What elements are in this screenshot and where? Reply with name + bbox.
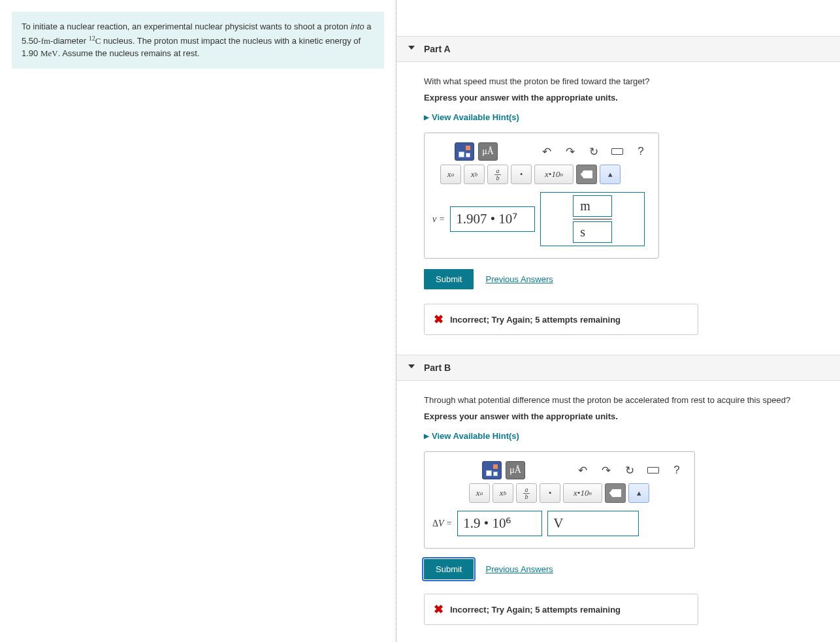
variable-label: v = (432, 214, 445, 225)
incorrect-icon: ✖ (434, 602, 444, 617)
part-a-body: With what speed must the proton be fired… (396, 62, 840, 355)
part-a-header[interactable]: Part A (396, 36, 840, 62)
toolbar-main: μÅ ↶ ↷ ↻ ? (482, 461, 687, 479)
reset-icon: ↻ (589, 145, 598, 159)
collapse-caret-icon (408, 364, 415, 368)
fraction-button[interactable]: ab (516, 483, 537, 503)
question-text: Through what potential difference must t… (424, 395, 840, 405)
part-b-header[interactable]: Part B (396, 355, 840, 381)
superscript-button[interactable]: xa (469, 483, 490, 503)
reset-button[interactable]: ↻ (620, 461, 639, 479)
help-icon: ? (673, 464, 679, 477)
dot-icon: • (520, 169, 523, 180)
instruction-text: Express your answer with the appropriate… (424, 93, 840, 103)
scientific-button[interactable]: x•10n (563, 483, 602, 503)
incorrect-icon: ✖ (434, 312, 444, 327)
previous-answers-link[interactable]: Previous Answers (485, 564, 553, 574)
help-button[interactable]: ? (667, 461, 687, 479)
unit-denominator[interactable]: s (573, 221, 612, 243)
dot-button[interactable]: • (511, 165, 532, 184)
hints-label: View Available Hint(s) (432, 112, 519, 122)
submit-button[interactable]: Submit (424, 559, 474, 579)
help-button[interactable]: ? (631, 142, 651, 161)
hints-label: View Available Hint(s) (432, 431, 519, 441)
answer-row: ΔV = 1.9 • 10⁶ V (432, 511, 687, 536)
toolbar-format: xa xb ab • x•10n ▴ (440, 165, 651, 184)
undo-button[interactable]: ↶ (573, 461, 592, 479)
frac-b: b (496, 175, 500, 182)
keyboard-toggle-button[interactable]: ▴ (628, 483, 649, 503)
problem-italic: into (351, 22, 364, 31)
fraction-button[interactable]: ab (487, 165, 508, 184)
redo-icon: ↷ (602, 464, 611, 477)
answer-row: v = 1.907 • 10⁷ m s (432, 192, 651, 246)
submit-button[interactable]: Submit (424, 269, 474, 289)
dot-icon: • (549, 488, 552, 498)
isotope-symbol: C (95, 36, 101, 46)
units-button[interactable]: μÅ (478, 142, 498, 161)
problem-text: . Assume the nucleus remains at rest. (58, 48, 200, 58)
frac-a: a (496, 168, 500, 174)
toolbar-main: μÅ ↶ ↷ ↻ ? (455, 142, 651, 161)
view-hints-link[interactable]: View Available Hint(s) (424, 112, 519, 122)
backspace-button[interactable] (605, 483, 626, 503)
question-text: With what speed must the proton be fired… (424, 76, 840, 86)
keyboard-icon (611, 148, 623, 155)
problem-panel: To initiate a nuclear reaction, an exper… (0, 0, 396, 642)
units-label: μÅ (482, 146, 494, 157)
unit-mev: MeV (40, 48, 58, 58)
dot-button[interactable]: • (540, 483, 560, 503)
undo-button[interactable]: ↶ (537, 142, 557, 161)
unit-numerator[interactable]: m (573, 195, 612, 217)
keyboard-button[interactable] (607, 142, 627, 161)
template-icon (486, 464, 498, 476)
submit-row: Submit Previous Answers (424, 559, 840, 579)
problem-text: To initiate a nuclear reaction, an exper… (22, 22, 351, 31)
subscript-button[interactable]: xb (464, 165, 485, 184)
unit-input[interactable]: m s (540, 192, 645, 246)
previous-answers-link[interactable]: Previous Answers (485, 274, 553, 284)
part-b-title: Part B (424, 362, 451, 373)
help-icon: ? (638, 145, 643, 158)
collapse-caret-icon (408, 46, 415, 50)
variable-label: ΔV = (432, 519, 452, 529)
redo-button[interactable]: ↷ (596, 461, 616, 479)
unit-fm: fm (41, 36, 50, 46)
answer-panel: Part A With what speed must the proton b… (396, 0, 840, 642)
subscript-button[interactable]: xb (493, 483, 513, 503)
units-button[interactable]: μÅ (506, 461, 525, 479)
part-b-body: Through what potential difference must t… (396, 381, 840, 642)
template-icon (459, 146, 470, 157)
view-hints-link[interactable]: View Available Hint(s) (424, 431, 519, 441)
superscript-button[interactable]: xa (440, 165, 461, 184)
problem-statement: To initiate a nuclear reaction, an exper… (12, 12, 384, 69)
reset-button[interactable]: ↻ (584, 142, 604, 161)
answer-box-b: μÅ ↶ ↷ ↻ ? xa xb ab • x•10n ▴ ΔV = 1.9 •… (424, 451, 695, 549)
keyboard-toggle-button[interactable]: ▴ (600, 165, 621, 184)
value-input[interactable]: 1.9 • 10⁶ (457, 511, 542, 536)
submit-row: Submit Previous Answers (424, 269, 840, 289)
undo-icon: ↶ (542, 145, 551, 159)
value-input[interactable]: 1.907 • 10⁷ (450, 206, 535, 232)
scientific-button[interactable]: x•10n (534, 165, 573, 184)
keyboard-button[interactable] (643, 461, 663, 479)
frac-a: a (525, 487, 528, 493)
undo-icon: ↶ (578, 464, 587, 477)
templates-button[interactable] (455, 142, 474, 161)
redo-button[interactable]: ↷ (560, 142, 580, 161)
toolbar-format: xa xb ab • x•10n ▴ (469, 483, 687, 503)
isotope-mass: 12 (89, 35, 95, 42)
feedback-box: ✖ Incorrect; Try Again; 5 attempts remai… (424, 304, 698, 335)
instruction-text: Express your answer with the appropriate… (424, 411, 840, 421)
reset-icon: ↻ (625, 464, 634, 477)
feedback-box: ✖ Incorrect; Try Again; 5 attempts remai… (424, 594, 698, 625)
answer-box-a: μÅ ↶ ↷ ↻ ? xa xb ab • x•10n ▴ v = 1.907 … (424, 133, 659, 259)
templates-button[interactable] (482, 461, 502, 479)
units-label: μÅ (509, 465, 521, 475)
keyboard-icon (647, 467, 659, 473)
fraction-line (573, 219, 612, 219)
frac-b: b (525, 494, 528, 500)
backspace-icon (581, 170, 592, 178)
unit-input[interactable]: V (547, 511, 639, 536)
backspace-button[interactable] (576, 165, 597, 184)
